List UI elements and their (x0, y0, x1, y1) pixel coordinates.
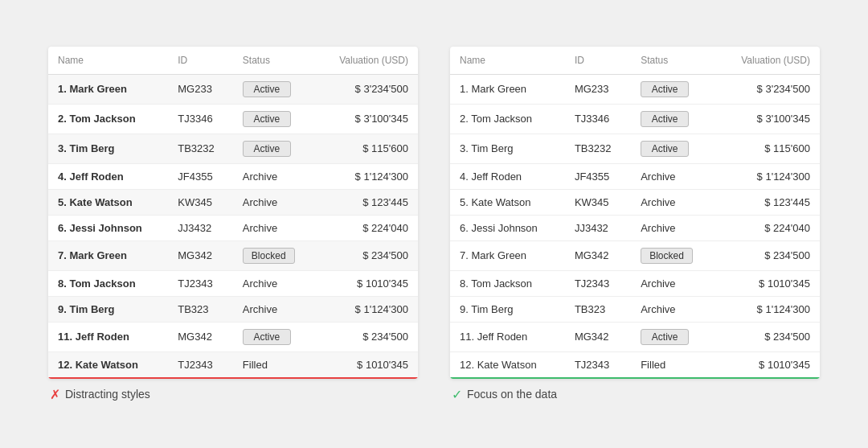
table-row-name: 2. Tom Jackson (48, 104, 168, 134)
table-row-id: MG342 (565, 240, 631, 270)
left-table: Name ID Status Valuation (USD) 1. Mark G… (48, 47, 418, 379)
col-header-name-r: Name (450, 47, 565, 75)
table-row-valuation: $ 123'445 (715, 189, 820, 215)
right-table: Name ID Status Valuation (USD) 1. Mark G… (450, 47, 820, 379)
col-header-status: Status (233, 47, 316, 75)
table-row-id: TJ2343 (565, 270, 631, 296)
table-row-name: 12. Kate Watson (48, 351, 168, 378)
table-row-name: 11. Jeff Roden (450, 322, 565, 351)
col-header-valuation: Valuation (USD) (316, 47, 418, 75)
col-header-id-r: ID (565, 47, 631, 75)
table-row-id: TB323 (168, 296, 233, 322)
table-row-id: KW345 (565, 189, 631, 215)
table-row-id: JJ3432 (565, 215, 631, 240)
table-row-status: Filled (631, 351, 715, 378)
table-row-id: JF4355 (565, 163, 631, 189)
table-row-status: Active (631, 134, 715, 163)
table-row-name: 1. Mark Green (48, 74, 168, 104)
table-row-id: TJ3346 (565, 104, 631, 134)
table-row-name: 3. Tim Berg (450, 134, 565, 163)
good-icon: ✓ (452, 387, 462, 402)
table-row-name: 3. Tim Berg (48, 134, 168, 163)
table-row-valuation: $ 1'124'300 (715, 163, 820, 189)
table-row-status: Active (631, 322, 715, 351)
table-row-valuation: $ 234'500 (316, 240, 418, 270)
table-row-id: TJ2343 (168, 270, 233, 296)
table-row-name: 4. Jeff Roden (450, 163, 565, 189)
right-panel-wrapper: Name ID Status Valuation (USD) 1. Mark G… (450, 47, 820, 402)
table-row-id: TJ2343 (565, 351, 631, 378)
table-row-id: KW345 (168, 189, 233, 215)
table-row-name: 12. Kate Watson (450, 351, 565, 378)
table-row-status: Archive (233, 189, 316, 215)
col-header-status-r: Status (631, 47, 715, 75)
table-row-id: MG342 (565, 322, 631, 351)
table-row-status: Active (233, 134, 316, 163)
table-row-id: MG342 (168, 322, 233, 351)
table-row-status: Filled (233, 351, 316, 378)
table-row-valuation: $ 1'124'300 (316, 296, 418, 322)
table-row-status: Archive (233, 215, 316, 240)
table-row-id: MG233 (168, 74, 233, 104)
table-row-valuation: $ 1010'345 (715, 351, 820, 378)
table-row-status: Archive (233, 296, 316, 322)
right-table-panel: Name ID Status Valuation (USD) 1. Mark G… (450, 47, 820, 379)
table-row-valuation: $ 3'100'345 (316, 104, 418, 134)
table-row-name: 5. Kate Watson (48, 189, 168, 215)
table-row-valuation: $ 224'040 (316, 215, 418, 240)
table-row-status: Active (233, 322, 316, 351)
table-row-id: TB323 (565, 296, 631, 322)
right-caption-text: Focus on the data (467, 388, 557, 401)
table-row-valuation: $ 1010'345 (316, 351, 418, 378)
table-row-valuation: $ 3'100'345 (715, 104, 820, 134)
table-row-id: MG233 (565, 74, 631, 104)
table-row-valuation: $ 3'234'500 (715, 74, 820, 104)
right-caption: ✓ Focus on the data (450, 387, 820, 402)
table-row-status: Archive (631, 296, 715, 322)
table-row-status: Archive (631, 189, 715, 215)
table-row-status: Archive (233, 270, 316, 296)
bad-icon: ✗ (50, 387, 60, 402)
table-row-valuation: $ 1'124'300 (316, 163, 418, 189)
table-row-name: 4. Jeff Roden (48, 163, 168, 189)
table-row-name: 6. Jessi Johnson (48, 215, 168, 240)
col-header-name: Name (48, 47, 168, 75)
table-row-name: 9. Tim Berg (450, 296, 565, 322)
table-row-status: Active (233, 104, 316, 134)
table-row-id: TJ2343 (168, 351, 233, 378)
table-row-name: 5. Kate Watson (450, 189, 565, 215)
table-row-name: 9. Tim Berg (48, 296, 168, 322)
table-row-valuation: $ 123'445 (316, 189, 418, 215)
table-row-status: Archive (631, 270, 715, 296)
table-row-valuation: $ 1010'345 (316, 270, 418, 296)
table-row-status: Blocked (233, 240, 316, 270)
table-row-valuation: $ 234'500 (316, 322, 418, 351)
left-panel-wrapper: Name ID Status Valuation (USD) 1. Mark G… (48, 47, 418, 402)
table-row-valuation: $ 224'040 (715, 215, 820, 240)
table-row-id: MG342 (168, 240, 233, 270)
table-row-status: Archive (631, 215, 715, 240)
left-caption: ✗ Distracting styles (48, 387, 418, 402)
table-row-status: Blocked (631, 240, 715, 270)
table-row-valuation: $ 115'600 (316, 134, 418, 163)
table-row-id: TB3232 (168, 134, 233, 163)
left-caption-text: Distracting styles (65, 388, 150, 401)
table-row-name: 7. Mark Green (450, 240, 565, 270)
table-row-id: TJ3346 (168, 104, 233, 134)
table-row-valuation: $ 234'500 (715, 322, 820, 351)
table-row-valuation: $ 3'234'500 (316, 74, 418, 104)
table-row-name: 11. Jeff Roden (48, 322, 168, 351)
table-row-status: Archive (233, 163, 316, 189)
table-row-name: 1. Mark Green (450, 74, 565, 104)
table-row-status: Active (631, 104, 715, 134)
table-row-name: 2. Tom Jackson (450, 104, 565, 134)
table-row-status: Active (631, 74, 715, 104)
table-row-name: 7. Mark Green (48, 240, 168, 270)
table-row-valuation: $ 115'600 (715, 134, 820, 163)
col-header-id: ID (168, 47, 233, 75)
table-row-id: JJ3432 (168, 215, 233, 240)
table-row-name: 6. Jessi Johnson (450, 215, 565, 240)
table-row-valuation: $ 1010'345 (715, 270, 820, 296)
left-table-panel: Name ID Status Valuation (USD) 1. Mark G… (48, 47, 418, 379)
col-header-valuation-r: Valuation (USD) (715, 47, 820, 75)
